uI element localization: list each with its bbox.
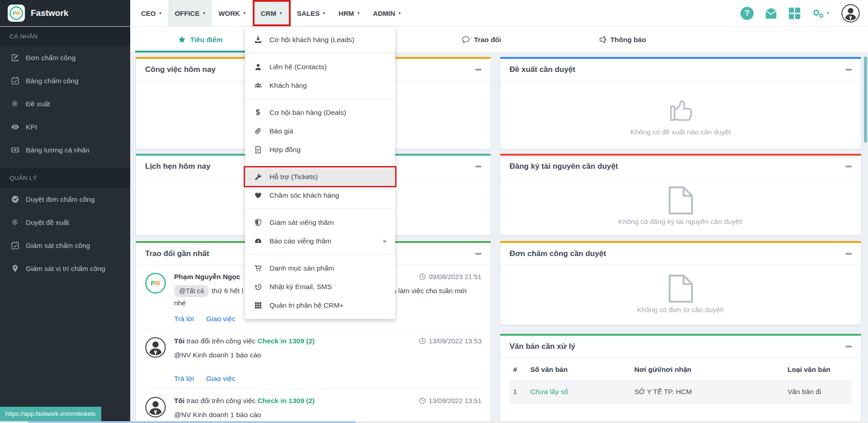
file-icon [668, 274, 694, 304]
sidebar-item-label: Bảng chấm công [26, 77, 78, 85]
menu-item[interactable]: Quản trị phân hệ CRM+ [245, 296, 395, 314]
menu-divider [245, 163, 395, 163]
tab-thong-bao[interactable]: Thông báo [552, 27, 693, 52]
feed-item-main: Tôi trao đổi trên công việc Check in 130… [174, 337, 481, 383]
doc-row[interactable]: 1Chưa lấy sốSỞ Y TẾ TP. HCMVăn bản đi [509, 380, 852, 404]
horizontal-scrollbar[interactable] [0, 421, 868, 423]
sidebar-item-label: Đề xuất [26, 100, 50, 108]
menu-item[interactable]: Danh mục sản phẩm [245, 259, 395, 277]
sidebar-item[interactable]: ®Duyệt đề xuất [0, 211, 130, 234]
clock-icon [419, 397, 426, 404]
menu-item[interactable]: Nhật ký Email, SMS [245, 277, 395, 296]
collapse-card-button[interactable] [845, 253, 852, 255]
settings-gears-icon[interactable]: ▼ [812, 7, 830, 19]
menu-item[interactable]: Hợp đồng [245, 140, 395, 159]
leads-icon [253, 36, 263, 43]
sidebar-item[interactable]: KPI [0, 115, 130, 138]
sidebar-item[interactable]: Đơn chấm công [0, 46, 130, 69]
nav-item-hrm[interactable]: HRM▼ [332, 0, 367, 26]
menu-item[interactable]: $Cơ hội bán hàng (Deals) [245, 103, 395, 122]
star-icon [178, 36, 186, 43]
calendar-check-icon [9, 242, 20, 249]
feed-action-link[interactable]: Trả lời [174, 375, 194, 383]
clock-icon [419, 273, 426, 280]
registered-icon: ® [9, 219, 20, 226]
user-avatar[interactable] [841, 4, 860, 23]
sidebar-item[interactable]: Duyệt đơn chấm công [0, 188, 130, 211]
sidebar-item[interactable]: Bảng chấm công [0, 69, 130, 92]
nav-item-sales[interactable]: SALES▼ [291, 0, 332, 26]
edit-icon [9, 54, 20, 62]
sidebar-item-label: Đơn chấm công [26, 54, 75, 62]
shield-icon [253, 219, 263, 226]
collapse-card-button[interactable] [475, 166, 481, 167]
chevron-down-icon: ▼ [357, 11, 360, 15]
menu-item-label: Nhật ký Email, SMS [269, 283, 332, 291]
menu-item[interactable]: Chăm sóc khách hàng [245, 186, 395, 204]
menu-item-label: Liên hệ (Contacts) [269, 63, 327, 71]
empty-state-text: Không có đề xuất nào cần duyệt [630, 128, 731, 136]
nav-item-office[interactable]: OFFICE▼ [168, 0, 212, 26]
contract-icon [253, 146, 263, 153]
feed-action-link[interactable]: Giao việc [206, 315, 236, 323]
menu-item[interactable]: Hỗ trợ (Tickets) [245, 167, 395, 186]
nav-item-ceo[interactable]: CEO▼ [135, 0, 168, 26]
doc-col-header: Loại văn bản [784, 359, 852, 380]
history-icon [253, 283, 263, 290]
sidebar-item-label: Giám sát vị trí chấm công [26, 265, 105, 273]
empty-state: Không có đăng ký tài nguyên cần duyệt! [500, 178, 861, 233]
menu-item-label: Hợp đồng [269, 146, 301, 154]
menu-item[interactable]: Khách hàng [245, 76, 395, 95]
sidebar-item[interactable]: ®Đề xuất [0, 92, 130, 115]
apps-grid-icon[interactable] [788, 7, 801, 19]
doc-col-header: Số văn bản [527, 359, 631, 380]
sidebar-item[interactable]: Giám sát vị trí chấm công [0, 257, 130, 280]
brand[interactable]: FW Fastwork [0, 0, 130, 26]
sidebar-item[interactable]: Bảng lương cá nhân [0, 138, 130, 162]
vertical-scrollbar-thumb[interactable] [864, 57, 867, 143]
task-link[interactable]: Check in 1309 (2) [257, 337, 315, 345]
horizontal-scrollbar-thumb[interactable] [28, 421, 355, 423]
card-title: Công việc hôm nay [145, 65, 216, 74]
card-title: Đề xuất cần duyệt [509, 65, 576, 74]
menu-item[interactable]: Giám sát viếng thăm [245, 213, 395, 232]
top-nav: CEO▼OFFICE▼WORK▼CRM▼SALES▼HRM▼ADMIN▼ [135, 0, 408, 26]
feed-actions: Trả lờiGiao việc [174, 375, 481, 383]
collapse-card-button[interactable] [845, 166, 852, 167]
task-link[interactable]: Check in 1309 (2) [257, 397, 315, 404]
card-title: Lịch hẹn hôm nay [145, 162, 211, 171]
menu-divider [245, 53, 395, 53]
collapse-card-button[interactable] [845, 69, 852, 71]
help-icon[interactable]: ? [741, 7, 754, 20]
registered-icon: ® [9, 100, 20, 108]
feed-title: Tôi trao đổi trên công việc Check in 130… [174, 337, 315, 345]
nav-item-admin[interactable]: ADMIN▼ [367, 0, 408, 26]
collapse-card-button[interactable] [845, 346, 852, 347]
card-title: Đơn chấm công cần duyệt [509, 249, 606, 258]
tab-trao-doi[interactable]: Trao đổi [411, 27, 552, 52]
feed-action-link[interactable]: Giao việc [206, 375, 236, 383]
collapse-card-button[interactable] [475, 69, 481, 71]
menu-item[interactable]: Báo giá [245, 122, 395, 140]
menu-item[interactable]: Báo cáo viếng thăm▶ [245, 232, 395, 250]
sidebar-item-label: Bảng lương cá nhân [26, 146, 90, 154]
feed-message: @NV Kinh doanh 1 báo cáo [174, 409, 481, 421]
mail-icon[interactable] [765, 7, 777, 19]
collapse-card-button[interactable] [475, 253, 481, 255]
file-icon [668, 185, 694, 215]
cart-icon [253, 265, 263, 272]
menu-item-label: Giám sát viếng thăm [269, 219, 334, 227]
card-documents-to-process: Văn bản cần xử lý #Số văn bảnNơi gửi/nơi… [500, 334, 861, 423]
chevron-down-icon: ▼ [826, 11, 830, 15]
heart-icon [253, 192, 263, 199]
menu-item[interactable]: Cơ hội khách hàng (Leads) [245, 30, 395, 49]
map-marker-icon [9, 265, 20, 272]
menu-item[interactable]: Liên hệ (Contacts) [245, 57, 395, 76]
sidebar-item[interactable]: Giám sát chấm công [0, 234, 130, 257]
nav-item-work[interactable]: WORK▼ [212, 0, 252, 26]
nav-item-crm[interactable]: CRM▼ [253, 0, 291, 26]
feed-action-link[interactable]: Trả lời [174, 315, 194, 323]
feed-item: Tôi trao đổi trên công việc Check in 130… [145, 389, 481, 423]
sidebar-item-label: Duyệt đơn chấm công [26, 195, 94, 204]
doc-number-link[interactable]: Chưa lấy số [530, 388, 568, 395]
